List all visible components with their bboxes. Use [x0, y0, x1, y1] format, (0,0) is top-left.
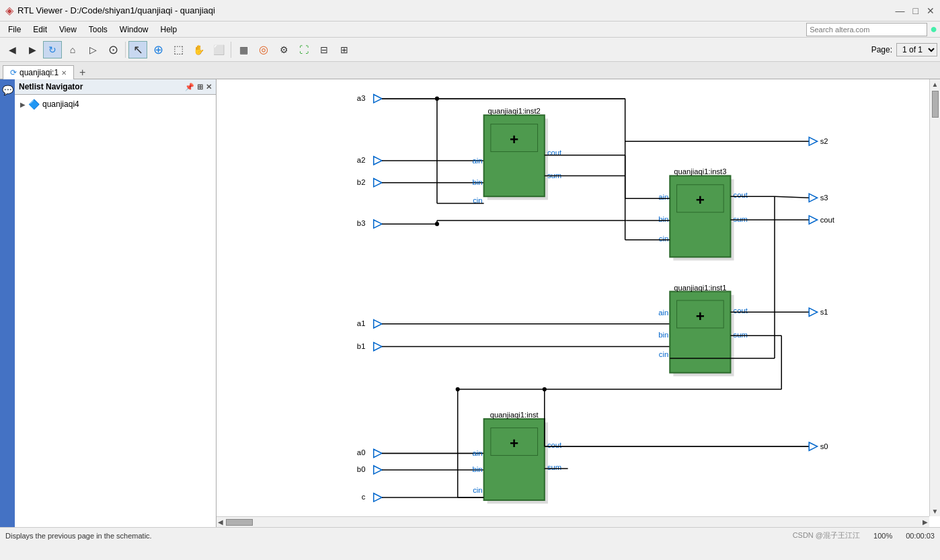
chat-icon[interactable]: 💬 [2, 85, 13, 95]
svg-text:sum: sum [547, 171, 561, 179]
svg-text:s0: s0 [820, 442, 828, 450]
toolbar-sep1 [125, 42, 126, 58]
toolbar-rubber-band[interactable]: ⬚ [169, 41, 188, 58]
sidebar-title: Netlist Navigator [19, 82, 83, 91]
title-bar-left: ◈ RTL Viewer - D:/Code/shiyan1/quanjiaqi… [5, 4, 215, 17]
svg-text:c: c [362, 493, 366, 501]
sidebar-controls: 📌 ⊞ ✕ [185, 83, 212, 91]
svg-text:quanjiaqi1:inst3: quanjiaqi1:inst3 [674, 167, 726, 175]
sidebar-close[interactable]: ✕ [206, 83, 212, 91]
svg-text:+: + [696, 308, 705, 325]
canvas-area[interactable]: a3 a2 b2 b3 a1 b1 [217, 79, 940, 527]
svg-text:cout: cout [734, 191, 748, 199]
menu-edit[interactable]: Edit [28, 24, 52, 36]
svg-text:ain: ain [658, 193, 668, 201]
search-area: ● [806, 22, 937, 36]
menu-file[interactable]: File [3, 24, 26, 36]
sidebar-pin[interactable]: 📌 [185, 83, 194, 91]
svg-text:sum: sum [734, 215, 748, 223]
menu-tools[interactable]: Tools [83, 24, 113, 36]
h-scrollbar[interactable]: ◀ ▶ [217, 516, 929, 527]
toolbar-sep2 [231, 42, 231, 58]
title-bar: ◈ RTL Viewer - D:/Code/shiyan1/quanjiaqi… [0, 0, 940, 22]
toolbar-settings[interactable]: ⚙ [274, 41, 293, 58]
svg-text:a1: a1 [357, 319, 366, 327]
scroll-left-arrow[interactable]: ◀ [217, 517, 225, 527]
svg-point-108 [543, 387, 547, 391]
tab-add[interactable]: + [77, 67, 88, 79]
svg-text:s3: s3 [820, 194, 828, 202]
svg-text:cout: cout [734, 307, 748, 315]
minimize-button[interactable]: — [896, 5, 905, 16]
toolbar-binoculars[interactable]: ⊙ [104, 41, 122, 58]
scroll-thumb-v[interactable] [932, 91, 939, 118]
menu-window[interactable]: Window [114, 24, 154, 36]
menu-help[interactable]: Help [155, 24, 183, 36]
tree-item-quanjiaqi4[interactable]: ▶ 🔷 quanjiaqi4 [17, 97, 213, 111]
svg-text:b3: b3 [357, 219, 366, 227]
toolbar: ◀ ▶ ↻ ⌂ ▷ ⊙ ↖ ⊕ ⬚ ✋ ⬜ ▦ ◎ ⚙ ⛶ ⊟ ⊞ Page: … [0, 38, 940, 62]
sidebar-content: ▶ 🔷 quanjiaqi4 [15, 95, 216, 527]
tab-bar: ⟳ quanjiaqi:1 ✕ + [0, 62, 940, 79]
toolbar-refresh[interactable]: ↻ [43, 41, 62, 58]
svg-marker-91 [809, 308, 817, 316]
title-bar-controls: — □ ✕ [896, 5, 935, 16]
main-layout: 💬 Netlist Navigator 📌 ⊞ ✕ ▶ 🔷 quanjiaqi4… [0, 79, 940, 527]
tree-icon: 🔷 [28, 99, 40, 110]
svg-marker-86 [809, 216, 817, 224]
tab-quanjiaqi[interactable]: ⟳ quanjiaqi:1 ✕ [3, 65, 74, 79]
menu-view[interactable]: View [54, 24, 82, 36]
svg-text:cin: cin [659, 235, 668, 243]
toolbar-color[interactable]: ◎ [254, 41, 273, 58]
tab-icon: ⟳ [10, 68, 17, 77]
tab-close[interactable]: ✕ [61, 69, 67, 77]
svg-text:ain: ain [473, 449, 483, 457]
v-scrollbar[interactable]: ▲ ▼ [929, 79, 940, 516]
toolbar-back[interactable]: ◀ [3, 41, 22, 58]
toolbar-forward2[interactable]: ▷ [83, 41, 102, 58]
svg-text:bin: bin [473, 178, 483, 186]
scroll-up-arrow[interactable]: ▲ [931, 79, 940, 89]
svg-text:+: + [510, 435, 518, 452]
scroll-thumb-h[interactable] [226, 519, 253, 526]
sidebar-settings[interactable]: ⊞ [197, 83, 203, 91]
toolbar-forward[interactable]: ▶ [23, 41, 42, 58]
svg-marker-98 [809, 442, 817, 450]
svg-text:sum: sum [734, 331, 748, 339]
toolbar-pan[interactable]: ✋ [189, 41, 208, 58]
svg-text:b0: b0 [357, 465, 366, 473]
page-select[interactable]: 1 of 1 [896, 43, 937, 56]
toolbar-select[interactable]: ↖ [128, 41, 147, 58]
svg-marker-2 [374, 157, 382, 165]
svg-text:ain: ain [473, 157, 483, 165]
svg-text:s1: s1 [820, 308, 828, 316]
search-input[interactable] [806, 23, 927, 36]
toolbar-grid[interactable]: ⊞ [335, 41, 354, 58]
toolbar-home[interactable]: ⌂ [63, 41, 82, 58]
svg-text:b1: b1 [357, 342, 366, 350]
page-label: Page: [871, 45, 892, 54]
toolbar-zoom-in[interactable]: ⊕ [149, 41, 167, 58]
tree-arrow: ▶ [20, 101, 26, 108]
tab-label: quanjiaqi:1 [19, 68, 58, 77]
svg-text:sum: sum [547, 463, 561, 471]
toolbar-select2[interactable]: ⬜ [209, 41, 228, 58]
toolbar-export[interactable]: ⛶ [295, 41, 313, 58]
svg-marker-20 [374, 466, 382, 474]
svg-marker-11 [374, 320, 382, 328]
maximize-button[interactable]: □ [913, 5, 918, 16]
svg-text:cin: cin [659, 350, 668, 358]
status-bar: Displays the previous page in the schema… [0, 527, 940, 543]
tree-label: quanjiaqi4 [42, 99, 79, 109]
close-button[interactable]: ✕ [927, 5, 935, 16]
svg-marker-5 [374, 179, 382, 187]
scroll-right-arrow[interactable]: ▶ [921, 517, 929, 527]
schematic-svg: a3 a2 b2 b3 a1 b1 [217, 79, 940, 527]
scroll-down-arrow[interactable]: ▼ [931, 506, 940, 516]
watermark: CSDN @混子王江江 [793, 530, 860, 541]
input-port-a3 [374, 95, 382, 103]
svg-text:bin: bin [658, 215, 668, 223]
svg-marker-83 [809, 194, 817, 202]
toolbar-hierarchy[interactable]: ▦ [234, 41, 253, 58]
toolbar-node[interactable]: ⊟ [315, 41, 334, 58]
